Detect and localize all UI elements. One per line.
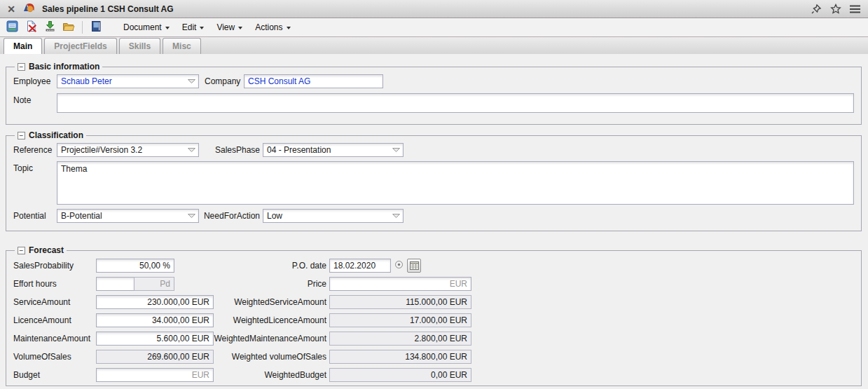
dropdown-arrow-icon [392, 147, 401, 153]
licenceamount-value: 34.000,00 EUR [152, 315, 209, 325]
menu-edit-label: Edit [182, 22, 197, 32]
menu-bar: Document Edit View Actions [117, 20, 297, 35]
salesphase-label: SalesPhase [199, 145, 260, 155]
tab-skills[interactable]: Skills [119, 38, 160, 54]
licenceamount-label: LicenceAmount [13, 315, 96, 325]
budget-label: Budget [13, 370, 96, 380]
salesphase-combobox[interactable]: 04 - Presentation [263, 143, 404, 157]
serviceamount-label: ServiceAmount [13, 297, 96, 307]
company-value: CSH Consult AG [248, 76, 310, 86]
application-window: ✕ Sales pipeline 1 CSH Consult AG [0, 0, 868, 389]
licenceamount-field[interactable]: 34.000,00 EUR [96, 313, 214, 327]
reference-value: Projectile#Version 3.2 [61, 145, 184, 155]
pin-icon[interactable] [811, 4, 822, 15]
chevron-down-icon [287, 27, 291, 29]
effort-unit-field: Pd [134, 277, 174, 291]
note-textarea[interactable] [57, 93, 854, 113]
note-label: Note [13, 95, 57, 105]
menu-view-label: View [216, 22, 235, 32]
hamburger-menu-icon[interactable] [849, 4, 861, 14]
volumeofsales-field: 269.600,00 EUR [96, 350, 214, 364]
weightedmaintenanceamount-value: 2.800,00 EUR [415, 334, 467, 343]
weightedlicenceamount-label: WeightedLicenceAmount [214, 315, 326, 325]
calendar-icon [410, 261, 419, 270]
forecast-legend: − Forecast [15, 245, 67, 255]
po-date-field[interactable]: 18.02.2020 [329, 259, 391, 273]
weightedbudget-value: 0,00 EUR [431, 370, 467, 380]
potential-combobox[interactable]: B-Potential [57, 209, 199, 223]
date-now-icon[interactable] [394, 260, 404, 271]
collapse-icon[interactable]: − [18, 132, 25, 139]
price-currency: EUR [450, 279, 467, 289]
weightedmaintenanceamount-label: WeightedMaintenanceAmount [214, 334, 326, 343]
weightedserviceamount-label: WeightedServiceAmount [214, 297, 326, 307]
weightedlicenceamount-field: 17.000,00 EUR [329, 313, 471, 327]
title-bar: ✕ Sales pipeline 1 CSH Consult AG [0, 0, 868, 18]
budget-currency: EUR [192, 370, 209, 380]
po-date-label: P.O. date [214, 261, 326, 271]
classification-legend: − Classification [15, 130, 86, 140]
menu-edit[interactable]: Edit [176, 20, 211, 35]
import-button[interactable] [42, 20, 57, 35]
serviceamount-value: 230.000,00 EUR [147, 297, 209, 307]
tab-main[interactable]: Main [4, 38, 42, 54]
delete-document-icon [25, 20, 37, 34]
delete-button[interactable] [23, 20, 39, 35]
section-title: Classification [29, 130, 83, 140]
dropdown-arrow-icon [187, 79, 196, 84]
folder-icon [62, 21, 75, 34]
serviceamount-field[interactable]: 230.000,00 EUR [96, 295, 214, 309]
needforaction-value: Low [267, 211, 389, 221]
tab-strip: Main ProjectFields Skills Misc [0, 37, 868, 54]
menu-view[interactable]: View [210, 20, 249, 35]
effort-hours-field[interactable] [96, 277, 135, 291]
tab-projectfields[interactable]: ProjectFields [44, 38, 116, 54]
topic-label: Topic [13, 163, 57, 173]
folder-button[interactable] [61, 20, 76, 35]
chevron-down-icon [238, 27, 242, 29]
budget-field[interactable]: EUR [96, 368, 214, 382]
po-date-group: 18.02.2020 [329, 259, 471, 273]
price-field[interactable]: EUR [329, 277, 471, 291]
menu-actions[interactable]: Actions [249, 20, 296, 35]
dropdown-arrow-icon [187, 213, 196, 219]
section-title: Basic information [29, 62, 99, 71]
company-field[interactable]: CSH Consult AG [244, 74, 383, 88]
journal-button[interactable] [88, 20, 104, 35]
potential-value: B-Potential [61, 211, 184, 221]
favorite-star-icon[interactable] [830, 4, 841, 15]
weighted-volumeofsales-label: Weighted volumeOfSales [214, 352, 326, 362]
collapse-icon[interactable]: − [18, 63, 25, 71]
salesprobability-field[interactable]: 50,00 % [96, 259, 174, 273]
menu-document[interactable]: Document [117, 20, 176, 35]
salesprobability-label: SalesProbability [13, 261, 96, 271]
employee-combobox[interactable]: Schaub Peter [57, 74, 199, 88]
topic-textarea[interactable]: Thema [57, 161, 854, 205]
weightedserviceamount-value: 115.000,00 EUR [406, 297, 467, 307]
company-label: Company [205, 76, 244, 86]
classification-section: − Classification Reference Projectile#Ve… [6, 130, 862, 231]
weightedbudget-label: WeightedBudget [214, 370, 326, 380]
import-icon [44, 20, 56, 34]
dropdown-arrow-icon [187, 147, 196, 153]
weightedbudget-field: 0,00 EUR [329, 368, 471, 382]
maintenanceamount-field[interactable]: 5.600,00 EUR [96, 332, 214, 346]
window-title: Sales pipeline 1 CSH Consult AG [42, 4, 174, 14]
save-button[interactable] [4, 20, 20, 35]
reference-combobox[interactable]: Projectile#Version 3.2 [57, 143, 199, 157]
weighted-volumeofsales-value: 134.800,00 EUR [405, 352, 467, 362]
needforaction-combobox[interactable]: Low [263, 209, 404, 223]
maintenanceamount-value: 5.600,00 EUR [157, 334, 209, 343]
weighted-volumeofsales-field: 134.800,00 EUR [329, 350, 471, 364]
toolbar-separator [82, 21, 83, 34]
collapse-icon[interactable]: − [18, 247, 25, 254]
salesphase-value: 04 - Presentation [267, 145, 389, 155]
tab-misc[interactable]: Misc [163, 38, 201, 54]
po-date-value: 18.02.2020 [333, 261, 376, 271]
forecast-section: − Forecast SalesProbability 50,00 % P.O.… [6, 245, 862, 386]
date-picker-button[interactable] [407, 259, 421, 273]
close-icon[interactable]: ✕ [6, 4, 17, 15]
weightedlicenceamount-value: 17.000,00 EUR [410, 315, 467, 325]
maintenanceamount-label: MaintenanceAmount [13, 334, 96, 343]
menu-document-label: Document [123, 22, 162, 32]
